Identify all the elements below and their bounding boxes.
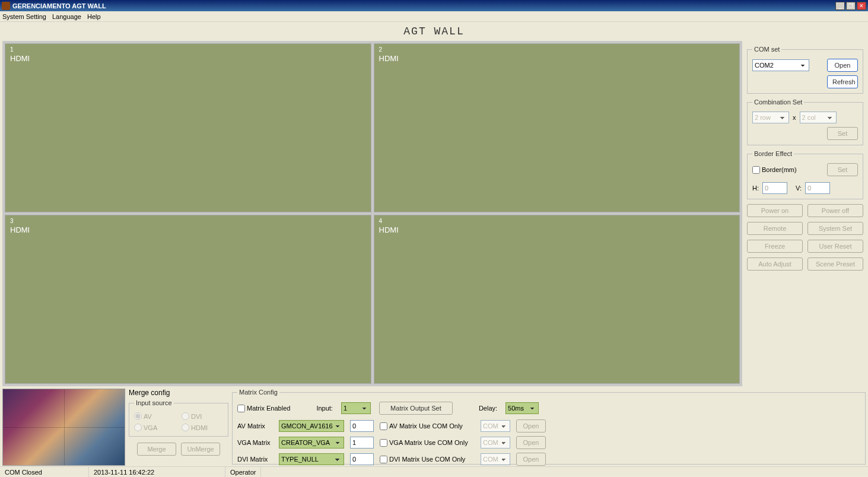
vga-com-select[interactable]: COM1: [481, 437, 510, 449]
vga-matrix-type-select[interactable]: CREATOR_VGA: [279, 437, 344, 449]
menu-language[interactable]: Language: [52, 13, 81, 20]
power-off-button[interactable]: Power off: [807, 204, 863, 217]
com-open-button[interactable]: Open: [827, 59, 858, 72]
av-matrix-type-select[interactable]: GMCON_AV1616: [279, 420, 344, 432]
system-set-button[interactable]: System Set: [807, 222, 863, 235]
com-port-select[interactable]: COM2: [752, 59, 809, 71]
status-time: 2013-11-11 16:42:22: [89, 467, 225, 477]
wall-cell-2[interactable]: 2 HDMI: [374, 43, 740, 212]
com-refresh-button[interactable]: Refresh: [827, 75, 858, 88]
vga-com-only-checkbox[interactable]: VGA Matrix Use COM Only: [380, 439, 475, 447]
video-wall-area: 1 HDMI 2 HDMI 3 HDMI 4 HDMI: [2, 41, 742, 386]
power-on-button[interactable]: Power on: [747, 204, 803, 217]
merge-button[interactable]: Merge: [137, 443, 176, 456]
wall-cell-3[interactable]: 3 HDMI: [5, 215, 371, 384]
av-open-button[interactable]: Open: [516, 419, 546, 433]
vga-open-button[interactable]: Open: [516, 436, 546, 449]
combination-cols-select[interactable]: 2 col: [800, 112, 837, 123]
dvi-matrix-num-input[interactable]: [350, 453, 374, 465]
com-set-group: COM set COM2 Open Refresh: [747, 46, 863, 94]
preview-thumbnail: [2, 389, 125, 466]
status-bar: COM Closed 2013-11-11 16:42:22 Operator: [0, 466, 868, 477]
remote-button[interactable]: Remote: [747, 222, 803, 235]
border-effect-group: Border Effect Border(mm) Set H: V:: [747, 150, 863, 199]
input-hdmi-radio[interactable]: HDMI: [182, 424, 223, 431]
status-com: COM Closed: [0, 467, 89, 477]
combination-set-button[interactable]: Set: [827, 127, 858, 140]
window-title: GERENCIAMENTO AGT WALL: [12, 2, 835, 9]
combination-set-group: Combination Set 2 row x 2 col Set: [747, 98, 863, 145]
minimize-button[interactable]: _: [835, 2, 845, 10]
action-buttons: Power on Power off Remote System Set Fre…: [747, 204, 863, 271]
border-h-input[interactable]: [762, 182, 787, 194]
app-icon: [2, 2, 10, 10]
av-matrix-num-input[interactable]: [350, 420, 374, 432]
border-mm-checkbox[interactable]: Border(mm): [752, 166, 797, 174]
wall-cell-4[interactable]: 4 HDMI: [374, 215, 740, 384]
matrix-output-set-button[interactable]: Matrix Output Set: [379, 402, 453, 415]
input-av-radio[interactable]: AV: [134, 412, 176, 420]
av-com-only-checkbox[interactable]: AV Matrix Use COM Only: [380, 422, 475, 430]
status-operator: Operator: [225, 467, 261, 477]
border-set-button[interactable]: Set: [827, 163, 858, 176]
right-panel: COM set COM2 Open Refresh Combination Se…: [742, 41, 868, 386]
dvi-com-select[interactable]: COM1: [481, 453, 510, 465]
input-dvi-radio[interactable]: DVI: [182, 412, 223, 420]
user-reset-button[interactable]: User Reset: [807, 240, 863, 253]
unmerge-button[interactable]: UnMerge: [181, 443, 220, 456]
combination-rows-select[interactable]: 2 row: [752, 112, 789, 123]
close-button[interactable]: ✕: [857, 2, 866, 10]
dvi-matrix-type-select[interactable]: TYPE_NULL: [279, 453, 344, 465]
matrix-enabled-checkbox[interactable]: Matrix Enabled: [237, 405, 290, 412]
av-com-select[interactable]: COM1: [481, 420, 510, 432]
vga-matrix-num-input[interactable]: [350, 437, 374, 449]
page-title: AGT WALL: [0, 22, 868, 41]
scene-preset-button[interactable]: Scene Preset: [807, 257, 863, 271]
dvi-open-button[interactable]: Open: [516, 453, 546, 466]
input-vga-radio[interactable]: VGA: [134, 424, 176, 431]
menu-help[interactable]: Help: [87, 13, 101, 20]
merge-config: Merge config Input source AV DVI VGA HDM…: [129, 389, 228, 456]
menu-system-setting[interactable]: System Setting: [2, 13, 46, 20]
matrix-config: Matrix Config Matrix Enabled Input: 1 Ma…: [232, 389, 866, 465]
dvi-com-only-checkbox[interactable]: DVI Matrix Use COM Only: [380, 456, 475, 463]
border-v-input[interactable]: [805, 182, 830, 194]
maximize-button[interactable]: ❐: [846, 2, 856, 10]
matrix-input-select[interactable]: 1: [341, 402, 371, 414]
matrix-delay-select[interactable]: 50ms: [505, 402, 539, 414]
wall-cell-1[interactable]: 1 HDMI: [5, 43, 371, 212]
auto-adjust-button[interactable]: Auto Adjust: [747, 257, 803, 271]
freeze-button[interactable]: Freeze: [747, 240, 803, 253]
title-bar: GERENCIAMENTO AGT WALL _ ❐ ✕: [0, 0, 868, 11]
menu-bar: System Setting Language Help: [0, 11, 868, 22]
